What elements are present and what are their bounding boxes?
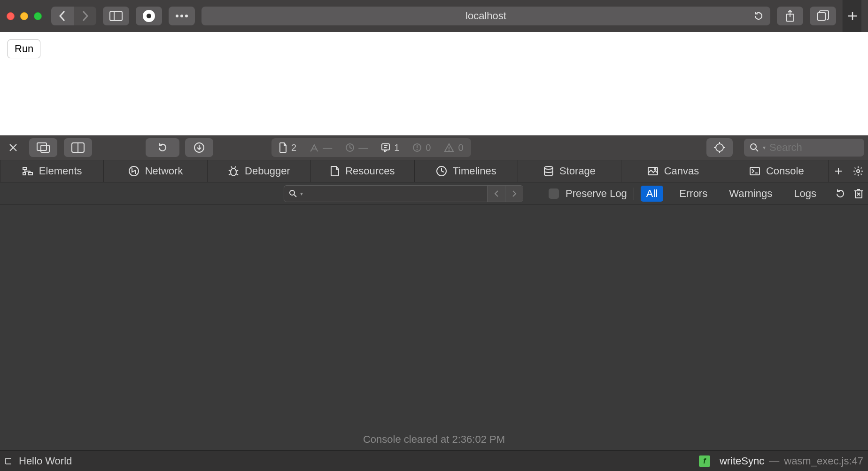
console-icon <box>749 166 760 176</box>
tab-label: Debugger <box>245 165 290 177</box>
gear-icon <box>853 166 863 176</box>
reload-page-button[interactable] <box>146 138 179 157</box>
tab-canvas[interactable]: Canvas <box>621 160 725 182</box>
svg-point-33 <box>716 144 723 151</box>
log-count[interactable]: 1 <box>381 142 399 153</box>
filter-next-button[interactable] <box>505 186 523 202</box>
console-output[interactable]: Console cleared at 2:36:02 PM <box>0 205 868 450</box>
add-tab-button[interactable] <box>829 160 848 182</box>
svg-rect-0 <box>110 11 122 21</box>
svg-point-32 <box>449 150 450 150</box>
svg-line-52 <box>231 166 232 168</box>
page-content: Run <box>0 32 868 135</box>
tab-timelines[interactable]: Timelines <box>415 160 518 182</box>
svg-line-56 <box>442 171 444 172</box>
level-errors[interactable]: Errors <box>674 186 713 202</box>
canvas-icon <box>647 166 659 176</box>
devtools-search[interactable]: ▾ <box>744 139 864 157</box>
source-location[interactable]: wasm_exec.js:47 <box>784 455 863 467</box>
warning-count[interactable]: 0 <box>444 142 463 153</box>
svg-point-65 <box>290 190 294 195</box>
svg-line-19 <box>317 150 318 151</box>
svg-rect-13 <box>41 145 49 152</box>
filter-input[interactable]: ▾ <box>284 189 487 198</box>
tab-label: Storage <box>559 165 596 177</box>
new-tab-button[interactable] <box>843 0 861 32</box>
back-button[interactable] <box>51 7 74 25</box>
network-icon <box>128 165 140 177</box>
search-input[interactable] <box>769 141 859 154</box>
timelines-icon <box>436 165 447 177</box>
more-button[interactable] <box>169 7 195 25</box>
svg-rect-24 <box>382 144 389 150</box>
svg-rect-42 <box>28 173 32 175</box>
tab-label: Elements <box>39 165 82 177</box>
share-button[interactable] <box>777 7 803 25</box>
svg-rect-7 <box>817 13 826 20</box>
level-warnings[interactable]: Warnings <box>723 186 778 202</box>
filter-prev-button[interactable] <box>487 186 505 202</box>
resources-icon <box>330 165 340 177</box>
reload-icon[interactable] <box>753 11 764 21</box>
devtools-toolbar: 2 — — 1 0 0 <box>0 135 868 160</box>
svg-point-57 <box>544 166 553 169</box>
chevron-down-icon: ▾ <box>763 144 766 151</box>
svg-rect-40 <box>23 167 27 170</box>
svg-point-47 <box>231 168 236 176</box>
settings-button[interactable] <box>848 160 868 182</box>
toggle-sidebar-button[interactable] <box>64 138 92 157</box>
function-name[interactable]: writeSync <box>720 455 764 467</box>
element-picker-button[interactable] <box>706 138 733 157</box>
tab-overview-button[interactable] <box>810 7 836 25</box>
web-inspector: 2 — — 1 0 0 <box>0 135 868 471</box>
tab-resources[interactable]: Resources <box>311 160 414 182</box>
console-filter: ▾ <box>284 185 523 202</box>
svg-line-23 <box>350 148 352 149</box>
svg-rect-60 <box>750 167 760 175</box>
download-button[interactable] <box>185 138 213 157</box>
tab-console[interactable]: Console <box>725 160 829 182</box>
error-count[interactable]: 0 <box>412 142 431 153</box>
sidebar-toggle-button[interactable] <box>103 7 129 25</box>
minimize-window-button[interactable] <box>20 12 28 20</box>
console-log-text: Hello World <box>19 455 72 467</box>
run-button[interactable]: Run <box>8 39 40 58</box>
svg-point-4 <box>185 15 188 17</box>
chevron-down-icon: ▾ <box>300 190 303 197</box>
forward-button[interactable] <box>74 7 96 25</box>
tab-label: Resources <box>345 165 395 177</box>
tab-label: Console <box>766 165 804 177</box>
tab-elements[interactable]: Elements <box>0 160 104 182</box>
shield-circle-icon <box>143 10 155 22</box>
preserve-log-checkbox[interactable] <box>549 188 559 199</box>
svg-point-38 <box>751 144 756 149</box>
clear-console-button[interactable] <box>854 188 863 199</box>
svg-point-3 <box>180 15 183 17</box>
level-logs[interactable]: Logs <box>788 186 822 202</box>
svg-rect-12 <box>37 143 46 150</box>
function-badge-icon: f <box>699 455 710 467</box>
svg-line-51 <box>236 174 238 175</box>
address-bar[interactable]: localhost <box>202 7 770 25</box>
transfer-size: — <box>310 142 332 153</box>
level-all[interactable]: All <box>641 186 663 202</box>
debugger-icon <box>228 165 239 177</box>
source-separator: — <box>769 455 779 467</box>
console-prompt-row: Hello World f writeSync — wasm_exec.js:4… <box>0 450 868 471</box>
tab-storage[interactable]: Storage <box>518 160 621 182</box>
dock-side-button[interactable] <box>29 138 57 157</box>
close-window-button[interactable] <box>7 12 15 20</box>
preserve-log-label: Preserve Log <box>566 188 627 200</box>
reload-console-button[interactable] <box>835 188 845 199</box>
nav-buttons <box>51 7 96 25</box>
tab-network[interactable]: Network <box>104 160 207 182</box>
close-devtools-button[interactable] <box>4 143 23 152</box>
tab-debugger[interactable]: Debugger <box>208 160 311 182</box>
privacy-report-button[interactable] <box>136 7 162 25</box>
fullscreen-window-button[interactable] <box>34 12 42 20</box>
resource-count: 2 <box>279 142 296 153</box>
svg-line-50 <box>229 174 231 175</box>
log-level-filters: All Errors Warnings Logs <box>641 186 822 202</box>
tab-label: Canvas <box>664 165 699 177</box>
elements-icon <box>22 166 33 176</box>
